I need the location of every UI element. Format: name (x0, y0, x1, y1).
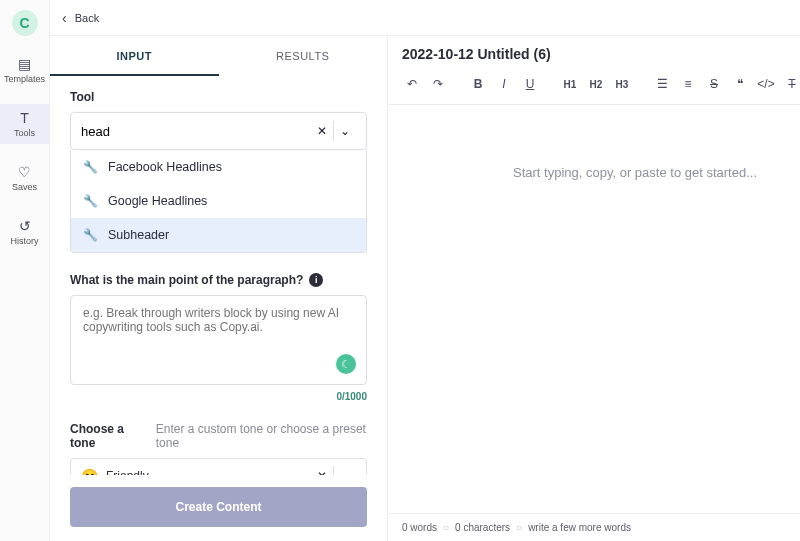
rail-history[interactable]: ↺ History (0, 212, 50, 252)
rail-label: History (10, 236, 38, 246)
status-bar: 0 words ○ 0 characters ○ write a few mor… (388, 513, 800, 541)
emoji-icon: 😊 (81, 468, 98, 475)
paragraph-field: ☾ (70, 295, 367, 385)
char-counter: 0/1000 (70, 391, 367, 402)
chevron-left-icon: ‹ (62, 10, 67, 26)
h2-button[interactable]: H2 (584, 72, 608, 96)
rail-saves[interactable]: ♡ Saves (0, 158, 50, 198)
assistant-icon[interactable]: ☾ (336, 354, 356, 374)
tab-input[interactable]: INPUT (50, 36, 219, 76)
rail-tools[interactable]: T Tools (0, 104, 50, 144)
option-subheader[interactable]: 🔧 Subheader (71, 218, 366, 252)
back-bar[interactable]: ‹ Back (50, 0, 800, 36)
char-count: 0 characters (455, 522, 510, 533)
nav-rail: C ▤ Templates T Tools ♡ Saves ↺ History (0, 0, 50, 541)
info-icon[interactable]: i (309, 273, 323, 287)
rail-label: Saves (12, 182, 37, 192)
wrench-icon: 🔧 (83, 160, 98, 174)
underline-button[interactable]: U (518, 72, 542, 96)
code-icon[interactable]: </> (754, 72, 778, 96)
paragraph-label: What is the main point of the paragraph?… (70, 273, 367, 287)
tone-hint: Enter a custom tone or choose a preset t… (156, 422, 367, 450)
editor-placeholder: Start typing, copy, or paste to get star… (513, 165, 757, 180)
history-icon: ↺ (19, 218, 31, 234)
option-label: Subheader (108, 228, 169, 242)
bullet-list-icon[interactable]: ☰ (650, 72, 674, 96)
word-count: 0 words (402, 522, 437, 533)
tabs: INPUT RESULTS (50, 36, 387, 76)
editor-toolbar: ↶ ↷ B I U H1 H2 H3 ☰ ≡ S ❝ </> T (388, 68, 800, 105)
chevron-down-icon[interactable]: ⌄ (334, 124, 356, 138)
h3-button[interactable]: H3 (610, 72, 634, 96)
doc-title[interactable]: 2022-10-12 Untitled (6) (402, 46, 800, 62)
editor-canvas[interactable]: Start typing, copy, or paste to get star… (388, 105, 800, 513)
tone-label: Choose a tone Enter a custom tone or cho… (70, 422, 367, 450)
status-hint: write a few more words (528, 522, 631, 533)
create-content-button[interactable]: Create Content (70, 487, 367, 527)
quote-icon[interactable]: ❝ (728, 72, 752, 96)
back-label: Back (75, 12, 99, 24)
paragraph-input[interactable] (83, 306, 354, 366)
heart-icon: ♡ (18, 164, 31, 180)
tool-label: Tool (70, 90, 367, 104)
tool-combo: ✕ ⌄ (70, 112, 367, 150)
numbered-list-icon[interactable]: ≡ (676, 72, 700, 96)
option-google-headlines[interactable]: 🔧 Google Headlines (71, 184, 366, 218)
tool-search-input[interactable] (81, 124, 311, 139)
tab-results[interactable]: RESULTS (219, 36, 388, 76)
tool-dropdown: 🔧 Facebook Headlines 🔧 Google Headlines … (70, 150, 367, 253)
rail-label: Tools (14, 128, 35, 138)
rail-templates[interactable]: ▤ Templates (0, 50, 50, 90)
wrench-icon: 🔧 (83, 228, 98, 242)
templates-icon: ▤ (18, 56, 31, 72)
undo-icon[interactable]: ↶ (400, 72, 424, 96)
h1-button[interactable]: H1 (558, 72, 582, 96)
brand-logo: C (12, 10, 38, 36)
italic-button[interactable]: I (492, 72, 516, 96)
wrench-icon: 🔧 (83, 194, 98, 208)
option-label: Google Headlines (108, 194, 207, 208)
clear-icon[interactable]: ✕ (311, 124, 333, 138)
clear-format-icon[interactable]: T (780, 72, 800, 96)
tools-icon: T (20, 110, 29, 126)
option-label: Facebook Headlines (108, 160, 222, 174)
rail-label: Templates (4, 74, 45, 84)
strike-button[interactable]: S (702, 72, 726, 96)
bold-button[interactable]: B (466, 72, 490, 96)
option-facebook-headlines[interactable]: 🔧 Facebook Headlines (71, 150, 366, 184)
redo-icon[interactable]: ↷ (426, 72, 450, 96)
tone-combo: 😊 Friendly ✕ ⌄ (70, 458, 367, 475)
